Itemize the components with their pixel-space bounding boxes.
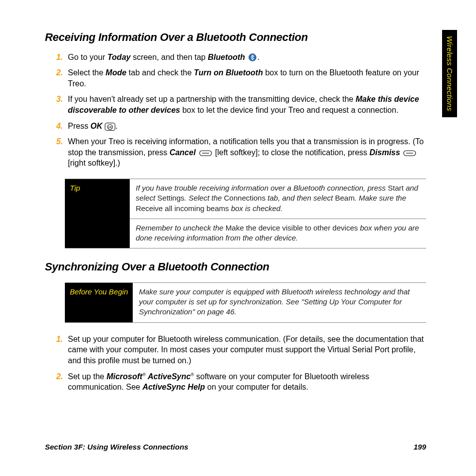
softkey-left-icon [199,150,212,156]
step-number: 3. [45,94,68,115]
activesync-help-label: ActiveSync Help [142,383,205,391]
step-number: 2. [45,67,68,89]
tip-content: If you have trouble receiving informatio… [130,179,426,248]
text: on your computer for details. [205,383,308,391]
microsoft-label: Microsoft [106,372,142,381]
ok-glyph: ok [107,124,113,130]
section-heading-sync: Synchronizing Over a Bluetooth Connectio… [45,259,426,274]
step-text: When your Treo is receiving information,… [68,136,426,169]
text: If you have trouble receiving informatio… [136,184,388,192]
step-item: 3. If you haven't already set up a partn… [45,94,426,115]
text: . Select the [185,194,224,202]
step-text: Select the Mode tab and check the Turn o… [68,67,426,89]
step-item: 5. When your Treo is receiving informati… [45,136,426,169]
connections-label: Connections [224,194,265,202]
steps-list-receiving: 1. Go to your Today screen, and then tap… [45,52,426,169]
before-you-begin-box: Before You Begin Make sure your computer… [65,282,426,323]
visible-label: Make the device visible to other devices [226,224,358,232]
text: Press [68,122,90,130]
text: screen, and then tap [131,53,208,61]
step-item: 4. Press OK ok. [45,121,426,132]
text: Select the [68,68,106,77]
text: If you haven't already set up a partners… [68,95,356,103]
step-text: Set up your computer for Bluetooth wirel… [68,334,426,366]
ok-button-icon: ok [105,123,115,131]
text: tab and check the [126,68,194,77]
bluetooth-icon [248,53,256,61]
page-footer: Section 3F: Using Wireless Connections 1… [45,442,426,452]
softkey-right-icon [403,150,416,156]
page: Wireless Connections Receiving Informati… [0,0,476,476]
text: Remember to uncheck the [136,224,226,232]
footer-section-label: Section 3F: Using Wireless Connections [45,442,188,452]
tip-label: Tip [65,179,130,248]
dismiss-label: Dismiss [370,148,400,157]
step-number: 5. [45,136,68,169]
today-label: Today [107,53,131,61]
start-label: Start [388,184,404,192]
tip-row: If you have trouble receiving informatio… [130,179,426,219]
before-content: Make sure your computer is equipped with… [133,283,426,322]
step-item: 2. Set up the Microsoft® ActiveSync® sof… [45,371,426,393]
registered-mark: ® [191,372,194,377]
text: . Make sure the [355,194,406,202]
tip-row: Remember to uncheck the Make the device … [130,219,426,248]
bluetooth-label: Bluetooth [208,53,245,61]
step-item: 2. Select the Mode tab and check the Tur… [45,67,426,89]
section-heading-receiving: Receiving Information Over a Bluetooth C… [45,30,426,45]
steps-list-sync: 1. Set up your computer for Bluetooth wi… [45,334,426,393]
text: Set up the [68,372,106,381]
before-label: Before You Begin [65,283,133,322]
beam-label: Beam [335,194,354,202]
step-text: Set up the Microsoft® ActiveSync® softwa… [68,371,426,393]
step-text: Press OK ok. [68,121,426,132]
step-number: 1. [45,334,68,366]
text: tab, and then select [265,194,335,202]
settings-label: Settings [157,194,184,202]
step-item: 1. Go to your Today screen, and then tap… [45,52,426,63]
turn-on-bluetooth-label: Turn on Bluetooth [194,68,263,77]
step-number: 2. [45,371,68,393]
mode-label: Mode [106,68,127,77]
page-number: 199 [414,442,426,452]
ok-label: OK [90,122,102,130]
text: box to let the device find your Treo and… [180,106,399,114]
chapter-side-tab: Wireless Connections [442,30,457,117]
step-number: 1. [45,52,68,63]
activesync-label: ActiveSync [146,372,191,381]
step-text: If you haven't already set up a partners… [68,94,426,115]
text: Go to your [68,53,107,61]
text: box is checked. [229,204,283,213]
before-row: Make sure your computer is equipped with… [133,283,426,322]
cancel-label: Cancel [170,148,196,157]
step-item: 1. Set up your computer for Bluetooth wi… [45,334,426,366]
text: . [257,53,259,61]
tip-box: Tip If you have trouble receiving inform… [65,179,426,248]
text: . [115,122,117,130]
text: [left softkey]; to close the notificatio… [213,148,370,157]
receive-beams-label: Receive all incoming beams [136,204,229,213]
text: [right softkey].) [68,159,120,167]
step-number: 4. [45,121,68,132]
step-text: Go to your Today screen, and then tap Bl… [68,52,426,63]
text: Make sure your computer is equipped with… [139,287,410,316]
